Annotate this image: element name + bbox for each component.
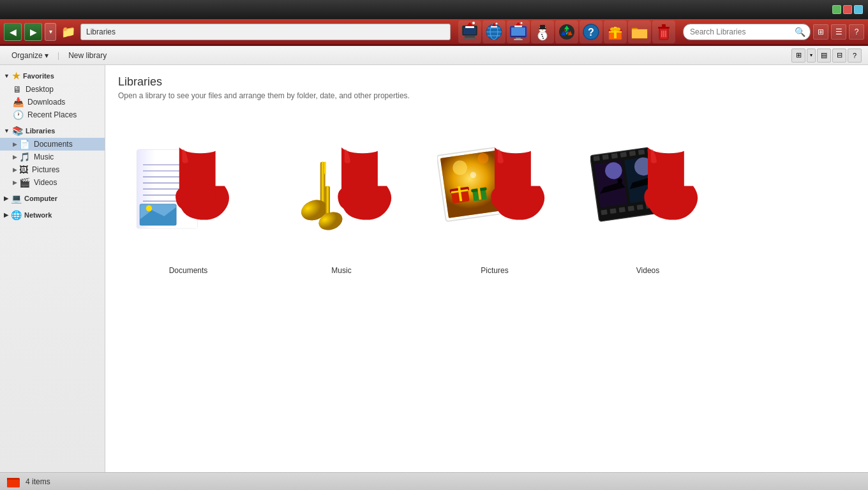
videos-lib-label: Videos [636, 266, 659, 275]
sidebar-item-videos[interactable]: ▶ 🎬 Videos [0, 176, 105, 189]
svg-point-6 [472, 22, 475, 24]
library-item-documents[interactable]: Documents [131, 122, 246, 275]
svg-rect-97 [618, 207, 625, 212]
videos-expand-arrow: ▶ [13, 179, 17, 186]
svg-point-26 [542, 29, 543, 31]
downloads-label: Downloads [27, 98, 65, 107]
status-bar: 4 items [0, 472, 868, 490]
sidebar-section-favorites: ▼ ★ Favorites 🖥 Desktop 📥 Downloads 🕐 Re… [0, 69, 105, 121]
page-subtitle: Open a library to see your files and arr… [118, 91, 855, 100]
toolbar-icon-2[interactable] [483, 20, 505, 43]
documents-icon-area [131, 122, 246, 262]
svg-rect-88 [593, 156, 599, 161]
toolbar-icon-trash[interactable] [652, 20, 675, 43]
new-library-button[interactable]: New library [63, 49, 112, 62]
svg-rect-98 [628, 205, 634, 211]
toolbar-icon-recycle[interactable] [555, 20, 578, 43]
sidebar-item-documents[interactable]: ▶ 📄 Documents [0, 138, 105, 151]
svg-rect-20 [514, 26, 522, 27]
music-label: Music [34, 152, 54, 161]
sidebar: ▼ ★ Favorites 🖥 Desktop 📥 Downloads 🕐 Re… [0, 65, 105, 472]
forward-button[interactable]: ▶ [24, 23, 42, 41]
search-input[interactable] [683, 24, 811, 40]
svg-rect-17 [516, 38, 521, 39]
videos-label: Videos [34, 178, 57, 187]
desktop-label: Desktop [26, 85, 54, 94]
library-item-music[interactable]: Music [284, 122, 399, 275]
library-item-pictures[interactable]: Pictures [437, 122, 552, 275]
sidebar-header-network[interactable]: ▶ 🌐 Network [0, 208, 105, 222]
pictures-label: Pictures [32, 165, 59, 174]
svg-rect-13 [491, 26, 497, 27]
svg-text:?: ? [588, 27, 594, 38]
svg-rect-31 [539, 28, 546, 29]
header-right-controls: ⊞ ☰ ? [813, 24, 864, 40]
svg-rect-91 [620, 152, 627, 158]
help-button[interactable]: ? [849, 24, 864, 40]
documents-icon: 📄 [19, 139, 30, 149]
svg-rect-3 [463, 38, 476, 39]
svg-rect-2 [465, 36, 475, 38]
svg-point-21 [521, 22, 523, 24]
svg-rect-93 [638, 149, 645, 155]
toolbar-icon-snowman[interactable] [531, 20, 554, 43]
dropdown-button[interactable]: ▾ [45, 23, 56, 41]
main-layout: ▼ ★ Favorites 🖥 Desktop 📥 Downloads 🕐 Re… [0, 65, 868, 472]
cmd-divider: | [57, 51, 59, 60]
back-button[interactable]: ◀ [4, 23, 22, 41]
view-dropdown[interactable]: ▾ [807, 48, 816, 63]
libraries-label: Libraries [26, 127, 55, 135]
music-icon-area [284, 122, 399, 262]
sidebar-item-downloads[interactable]: 📥 Downloads [0, 96, 105, 108]
toolbar-icon-3[interactable] [507, 20, 530, 43]
view-large-icon[interactable]: ⊞ [791, 48, 805, 63]
status-folder-icon [6, 475, 20, 489]
svg-rect-110 [7, 480, 20, 487]
favorites-star-icon: ★ [12, 71, 20, 81]
videos-svg [590, 122, 705, 262]
sidebar-header-computer[interactable]: ▶ 💻 Computer [0, 191, 105, 205]
toolbar-icon-1[interactable] [458, 20, 481, 43]
documents-lib-label: Documents [169, 266, 208, 275]
pictures-expand-arrow: ▶ [13, 167, 17, 173]
toolbar-icon-help[interactable]: ? [580, 20, 602, 43]
title-bar [0, 0, 868, 19]
downloads-icon: 📥 [13, 97, 24, 107]
organize-button[interactable]: Organize ▾ [6, 49, 54, 62]
pictures-svg [437, 122, 552, 262]
toolbar-icon-folder[interactable] [628, 20, 651, 43]
svg-point-27 [541, 34, 542, 35]
minimize-button[interactable] [854, 5, 863, 14]
sidebar-section-network: ▶ 🌐 Network [0, 208, 105, 222]
view-details-icon[interactable]: ▤ [817, 48, 831, 63]
sidebar-header-libraries[interactable]: ▼ 📚 Libraries [0, 124, 105, 138]
library-item-videos[interactable]: Videos [590, 122, 705, 275]
view-details-button[interactable]: ☰ [831, 24, 846, 40]
videos-icon-area [590, 122, 705, 262]
maximize-button[interactable] [832, 5, 841, 14]
sidebar-header-favorites[interactable]: ▼ ★ Favorites [0, 69, 105, 83]
desktop-icon: 🖥 [13, 84, 22, 94]
sidebar-item-recent-places[interactable]: 🕐 Recent Places [0, 108, 105, 121]
address-text: Libraries [86, 27, 116, 36]
sidebar-item-music[interactable]: ▶ 🎵 Music [0, 151, 105, 163]
help-icon[interactable]: ? [848, 48, 862, 63]
sidebar-item-pictures[interactable]: ▶ 🖼 Pictures [0, 163, 105, 176]
view-toggle-button[interactable]: ⊞ [813, 24, 828, 40]
sidebar-section-libraries: ▼ 📚 Libraries ▶ 📄 Documents ▶ 🎵 Music ▶ … [0, 124, 105, 189]
preview-pane-icon[interactable]: ⊟ [832, 48, 846, 63]
toolbar-icon-gift[interactable] [604, 20, 627, 43]
svg-rect-95 [601, 209, 607, 215]
address-bar[interactable]: Libraries [80, 24, 451, 40]
collapse-arrow-network: ▶ [4, 212, 8, 218]
sidebar-item-desktop[interactable]: 🖥 Desktop [0, 83, 105, 96]
collapse-arrow-libraries: ▼ [4, 128, 10, 134]
network-label: Network [24, 211, 52, 219]
close-button[interactable] [843, 5, 852, 14]
videos-icon: 🎬 [19, 177, 30, 188]
collapse-arrow-favorites: ▼ [4, 73, 10, 79]
toolbar-icons: ? [458, 20, 675, 43]
svg-rect-96 [610, 208, 616, 214]
svg-point-58 [146, 205, 152, 211]
computer-icon: 💻 [11, 193, 22, 204]
